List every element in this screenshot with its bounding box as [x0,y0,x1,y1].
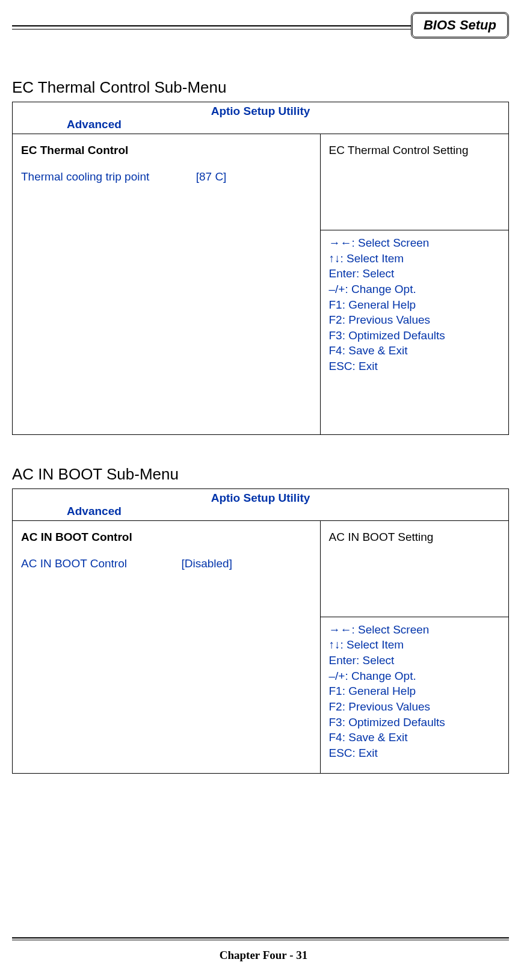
key-f3: F3: Optimized Defaults [329,328,501,344]
key-f1-2: F1: General Help [329,683,501,699]
key-select-screen-2: →←: Select Screen [329,622,501,638]
key-change-opt: –/+: Change Opt. [329,282,501,297]
footer-rule-thin [12,940,509,940]
section2-title: AC IN BOOT Sub-Menu [12,465,509,484]
utility-title: Aptio Setup Utility [13,102,509,119]
thermal-trip-option[interactable]: Thermal cooling trip point [87 C] [21,170,313,183]
thermal-trip-value: [87 C] [196,170,227,183]
key-enter-2: Enter: Select [329,653,501,668]
key-enter: Enter: Select [329,266,501,282]
footer-rule-thick [12,937,509,938]
section1-title: EC Thermal Control Sub-Menu [12,78,509,97]
key-select-item-2: ↑↓: Select Item [329,637,501,653]
key-change-opt-2: –/+: Change Opt. [329,668,501,684]
thermal-trip-label: Thermal cooling trip point [21,170,196,183]
key-select-screen: →←: Select Screen [329,235,501,251]
utility-title-2: Aptio Setup Utility [13,488,509,505]
ac-in-boot-table: Aptio Setup Utility Advanced AC IN BOOT … [12,488,509,774]
key-f4-2: F4: Save & Exit [329,730,501,745]
bios-tab-advanced[interactable]: Advanced [13,118,509,134]
bios-tab-advanced-2[interactable]: Advanced [13,505,509,521]
page-header: BIOS Setup [12,12,509,42]
ac-boot-heading: AC IN BOOT Control [21,531,313,544]
bios-setup-tag: BIOS Setup [411,12,509,39]
ac-boot-label: AC IN BOOT Control [21,557,181,570]
key-f2-2: F2: Previous Values [329,699,501,715]
key-esc: ESC: Exit [329,359,501,374]
key-f3-2: F3: Optimized Defaults [329,715,501,730]
key-f4: F4: Save & Exit [329,343,501,359]
ec-thermal-heading: EC Thermal Control [21,144,313,157]
footer-text: Chapter Four - 31 [0,949,527,962]
ac-boot-description: AC IN BOOT Setting [329,531,501,544]
key-esc-2: ESC: Exit [329,745,501,761]
key-f1: F1: General Help [329,297,501,313]
page-footer: Chapter Four - 31 [0,937,527,962]
key-f2: F2: Previous Values [329,312,501,328]
key-select-item: ↑↓: Select Item [329,251,501,267]
ec-thermal-description: EC Thermal Control Setting [329,144,501,157]
ac-boot-value: [Disabled] [181,557,232,570]
ec-thermal-table: Aptio Setup Utility Advanced EC Thermal … [12,102,509,435]
ac-boot-option[interactable]: AC IN BOOT Control [Disabled] [21,557,313,570]
